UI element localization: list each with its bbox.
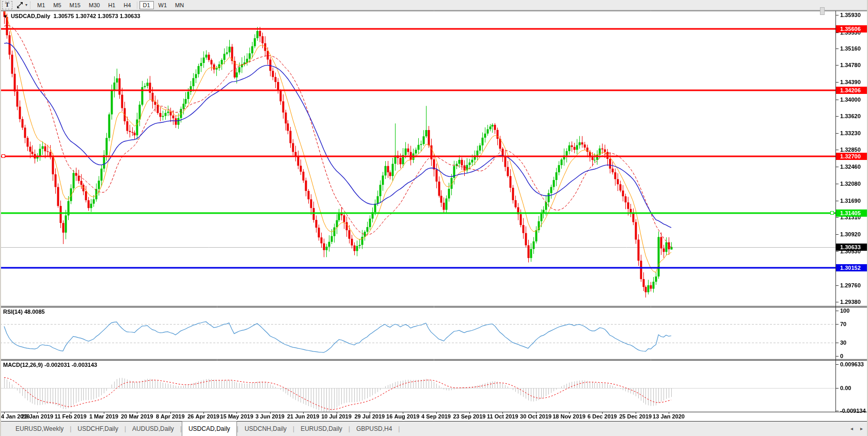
- toolbar-separator: [137, 2, 137, 9]
- tab-audusd-daily[interactable]: AUDUSD,Daily: [126, 422, 180, 436]
- macd-indicator-label: MACD(12,26,9) -0.002031 -0.003143: [3, 362, 97, 368]
- arrow-styles-icon: [16, 2, 24, 9]
- timeframe-button-h4[interactable]: H4: [120, 1, 134, 9]
- tab-eurusd-weekly[interactable]: EURUSD,Weekly: [9, 422, 70, 436]
- text-tool-button[interactable]: T: [2, 1, 12, 9]
- rsi-indicator-label: RSI(14) 48.0085: [3, 309, 45, 315]
- chart-tab-bar: EURUSD,Weekly|USDCHF,Daily|AUDUSD,Daily|…: [0, 421, 868, 436]
- chevron-down-icon: ▾: [25, 3, 27, 7]
- timeframe-button-m15[interactable]: M15: [66, 1, 84, 9]
- chart-window: ▼USDCAD,Daily 1.30575 1.30742 1.30573 1.…: [0, 10, 868, 421]
- tab-eurusd-daily[interactable]: EURUSD,Daily: [294, 422, 349, 436]
- timeframe-button-d1[interactable]: D1: [139, 1, 154, 9]
- tab-usdcnh-daily[interactable]: USDCNH,Daily: [239, 422, 293, 436]
- toolbar: T ▾ M1M5M15M30H1H4D1W1MN: [0, 0, 868, 10]
- timeframe-button-m5[interactable]: M5: [50, 1, 65, 9]
- window-left-edge: [0, 0, 1, 436]
- chart-scroll-widget[interactable]: [820, 7, 825, 15]
- chart-dropdown-icon[interactable]: ▼: [3, 14, 8, 19]
- tab-gbpusd-h4[interactable]: GBPUSD,H4: [350, 422, 398, 436]
- timeframe-button-mn[interactable]: MN: [171, 1, 187, 9]
- price-chart-canvas[interactable]: [0, 10, 868, 421]
- arrow-styles-button[interactable]: ▾: [16, 2, 27, 9]
- tab-scroll-left-icon[interactable]: ◂: [850, 426, 853, 431]
- tab-usdcad-daily[interactable]: USDCAD,Daily: [182, 421, 237, 436]
- timeframe-button-m1[interactable]: M1: [34, 1, 49, 9]
- chart-title: ▼USDCAD,Daily 1.30575 1.30742 1.30573 1.…: [3, 13, 140, 19]
- timeframe-button-w1[interactable]: W1: [155, 1, 171, 9]
- tab-separator: |: [398, 425, 400, 432]
- chart-symbol-period: USDCAD,Daily: [11, 13, 50, 19]
- toolbar-separator: [30, 2, 30, 9]
- chart-ohlc-values: 1.30575 1.30742 1.30573 1.30633: [53, 13, 140, 19]
- tab-usdchf-daily[interactable]: USDCHF,Daily: [71, 422, 124, 436]
- timeframe-toolbar: M1M5M15M30H1H4D1W1MN: [33, 1, 188, 9]
- timeframe-button-m30[interactable]: M30: [85, 1, 103, 9]
- timeframe-button-h1[interactable]: H1: [104, 1, 119, 9]
- tab-scroll-right-icon[interactable]: ▸: [860, 426, 863, 431]
- tab-nav-arrows: ◂ ▸: [850, 426, 863, 431]
